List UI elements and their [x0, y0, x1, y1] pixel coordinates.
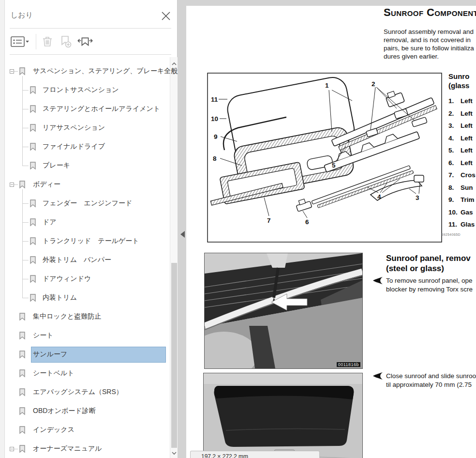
scrollbar-thumb[interactable]: [171, 263, 177, 448]
tree-connector: [22, 109, 29, 109]
bookmark-row[interactable]: ステアリングとホイールアライメント: [5, 100, 170, 119]
intro-line: pairs, be sure to follow initializa: [384, 45, 474, 52]
add-bookmark-icon[interactable]: [58, 34, 74, 49]
collapsed-panel-gutter: [0, 0, 5, 458]
bookmark-row[interactable]: エアバッグシステム（SRS）: [5, 383, 170, 402]
bookmark-label: ボディー: [33, 180, 60, 189]
parts-list-item: 7. Cros: [448, 171, 476, 184]
parts-list-item: 5. Left: [448, 147, 476, 159]
bookmark-label: サンルーフ: [33, 350, 67, 359]
bookmark-row[interactable]: 集中ロックと盗難防止: [5, 307, 170, 326]
section-title: Sunroof panel, remov: [386, 253, 471, 263]
tree-connector: [22, 298, 29, 298]
bookmark-row[interactable]: オーナーズマニュアル: [5, 440, 170, 458]
tree-connector: [22, 279, 29, 279]
tree-connector: [22, 289, 23, 298]
part-name: Left: [461, 110, 473, 122]
bookmark-icon: [18, 444, 27, 453]
bookmarks-panel: しおり: [5, 0, 178, 458]
procedure-line: blocker by removing Torx scre: [386, 285, 473, 294]
bookmark-row[interactable]: シート: [5, 326, 170, 345]
tree-connector: [22, 222, 29, 223]
tree-connector: [22, 128, 29, 128]
tree-connector: [14, 184, 18, 185]
bookmark-label: ブレーキ: [43, 161, 70, 170]
bookmark-row[interactable]: ドア: [5, 213, 170, 232]
collapse-panel-icon[interactable]: [179, 230, 186, 238]
bookmark-row[interactable]: ドアウィンドウ: [5, 270, 170, 289]
bookmark-icon: [29, 275, 37, 283]
bookmark-icon: [29, 123, 37, 132]
part-number: 2.: [448, 110, 461, 122]
bookmark-icon: [29, 237, 37, 245]
collapse-box-icon[interactable]: [10, 183, 14, 187]
bookmark-icon: [18, 331, 27, 340]
bookmark-row[interactable]: フェンダー エンジンフード: [5, 194, 170, 213]
bookmark-row[interactable]: サンルーフ: [5, 345, 170, 364]
tree-connector: [22, 147, 29, 147]
bookmarks-tree: サスペンション、ステアリング、ブレーキ全般 フロントサスペンション ステアリング…: [5, 62, 170, 458]
bookmark-row[interactable]: トランクリッド テールゲート: [5, 232, 170, 251]
parts-list-item: 10. Gas: [448, 209, 476, 221]
bookmark-row[interactable]: ブレーキ: [5, 156, 170, 175]
callout-3: 3: [416, 194, 419, 201]
close-icon[interactable]: [160, 10, 172, 22]
procedure-arrow-icon: [372, 276, 383, 285]
tree-connector: [22, 76, 23, 81]
bookmark-row[interactable]: ボディー: [5, 175, 170, 194]
bookmark-icon: [18, 180, 27, 189]
sunroof-components-diagram: 1 2 3 4 5 6 7 8 9 10 11 59254065D: [207, 73, 442, 243]
parts-list-item: 2. Left: [448, 110, 476, 122]
part-number: 9.: [448, 196, 461, 209]
bookmark-row[interactable]: サスペンション、ステアリング、ブレーキ全般: [5, 62, 170, 81]
bookmark-row[interactable]: シートベルト: [5, 364, 170, 383]
section-title: (steel or glass): [386, 263, 444, 274]
bookmark-row[interactable]: リアサスペンション: [5, 119, 170, 137]
procedure-line: Close sunroof and slide sunroo: [386, 372, 476, 381]
intro-line: Sunroof assembly removal and: [384, 28, 474, 35]
callout-10: 10: [211, 115, 218, 122]
bookmark-row[interactable]: フロントサスペンション: [5, 81, 170, 100]
trash-icon[interactable]: [40, 34, 55, 49]
bookmark-row[interactable]: 内装トリム: [5, 289, 170, 307]
parts-list: 1. Left 2. Left 3. Left 4. Left 5. Left …: [448, 97, 476, 233]
callout-5: 5: [332, 162, 336, 169]
parts-list-item: 4. Left: [448, 135, 476, 147]
part-number: 4.: [448, 135, 461, 147]
bookmark-icon: [29, 105, 37, 113]
bookmark-icon: [18, 312, 27, 321]
parts-list-item: 3. Left: [448, 122, 476, 135]
callout-2: 2: [372, 80, 375, 88]
tree-connector: [14, 71, 18, 72]
intro-line: removal, and is not covered in: [384, 36, 471, 44]
panel-scrollbar[interactable]: [170, 57, 178, 458]
bookmark-row[interactable]: 外装トリム バンパー: [5, 251, 170, 270]
scroll-down-icon[interactable]: [171, 450, 177, 456]
parts-list-item: 1. Left: [448, 97, 476, 110]
expand-current-bookmark-icon[interactable]: [77, 34, 93, 49]
parts-list-item: 9. Trim: [448, 196, 476, 209]
bookmark-label: リアサスペンション: [43, 123, 105, 132]
bookmark-row[interactable]: OBDオンボード診断: [5, 402, 170, 421]
bookmark-label: 集中ロックと盗難防止: [33, 312, 101, 321]
callout-1: 1: [325, 82, 329, 89]
bookmark-icon: [29, 142, 37, 151]
divider: [36, 34, 36, 49]
scroll-up-icon[interactable]: [171, 61, 177, 67]
bookmark-label: ドアウィンドウ: [43, 275, 91, 283]
collapse-box-icon[interactable]: [10, 69, 14, 74]
bookmark-row[interactable]: ファイナルドライブ: [5, 137, 170, 156]
intro-line: dures given earlier.: [384, 53, 439, 60]
tree-connector: [14, 449, 18, 449]
part-name: Sun: [461, 184, 473, 197]
callout-7: 7: [267, 217, 271, 224]
bookmark-icon: [18, 67, 27, 76]
parts-list-item: 11. Glas: [448, 221, 476, 233]
callout-6: 6: [305, 218, 309, 226]
bookmark-label: シート: [33, 331, 54, 340]
part-name: Trim: [461, 196, 475, 209]
collapse-box-icon[interactable]: [10, 447, 14, 451]
bookmark-row[interactable]: インデックス: [5, 421, 170, 440]
bookmark-options-icon[interactable]: [10, 34, 30, 49]
bookmark-label: 内装トリム: [43, 293, 77, 302]
